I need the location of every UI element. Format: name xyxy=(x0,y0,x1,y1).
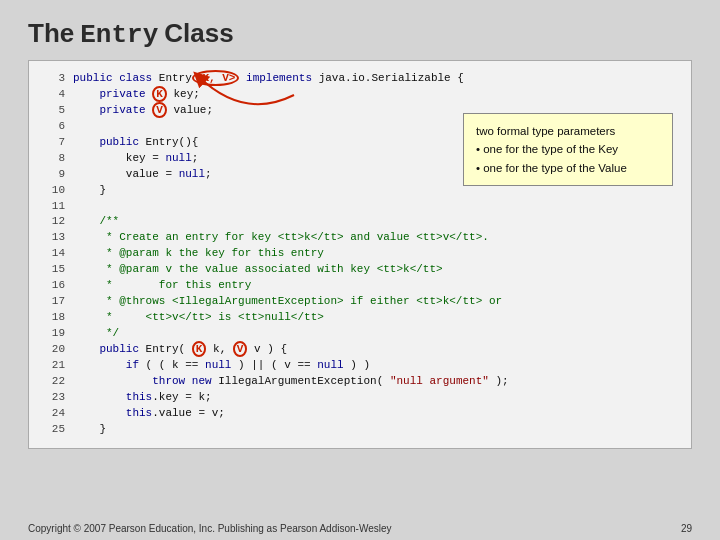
code-line-23: 23 this.key = k; xyxy=(43,390,677,406)
code-line-14: 14 * @param k the key for this entry xyxy=(43,246,677,262)
footer-copyright: Copyright © 2007 Pearson Education, Inc.… xyxy=(28,523,392,534)
tooltip-line1: two formal type parameters xyxy=(476,125,615,137)
code-line-4: 4 private K key; xyxy=(43,87,677,103)
code-line-17: 17 * @throws <IllegalArgumentException> … xyxy=(43,294,677,310)
code-line-19: 19 */ xyxy=(43,326,677,342)
code-line-25: 25 } xyxy=(43,422,677,438)
code-line-22: 22 throw new IllegalArgumentException( "… xyxy=(43,374,677,390)
tooltip-line2: • one for the type of the Key xyxy=(476,143,618,155)
code-line-21: 21 if ( ( k == null ) || ( v == null ) ) xyxy=(43,358,677,374)
code-line-18: 18 * <tt>v</tt> is <tt>null</tt> xyxy=(43,310,677,326)
code-line-12: 12 /** xyxy=(43,214,677,230)
footer: Copyright © 2007 Pearson Education, Inc.… xyxy=(0,523,720,534)
slide: The Entry Class 3 public class Entry<K, … xyxy=(0,0,720,540)
title-suffix: Class xyxy=(164,18,233,49)
footer-page: 29 xyxy=(681,523,692,534)
code-line-16: 16 * for this entry xyxy=(43,278,677,294)
title-code: Entry xyxy=(80,20,158,50)
code-line-13: 13 * Create an entry for key <tt>k</tt> … xyxy=(43,230,677,246)
code-area: 3 public class Entry<K, V> implements ja… xyxy=(28,60,692,449)
code-line-11: 11 xyxy=(43,199,677,215)
code-line-15: 15 * @param v the value associated with … xyxy=(43,262,677,278)
code-line-3: 3 public class Entry<K, V> implements ja… xyxy=(43,71,677,87)
tooltip-box: two formal type parameters • one for the… xyxy=(463,113,673,186)
title-prefix: The xyxy=(28,18,74,49)
code-line-24: 24 this.value = v; xyxy=(43,406,677,422)
code-line-20: 20 public Entry( K k, V v ) { xyxy=(43,342,677,358)
title-bar: The Entry Class xyxy=(0,0,720,60)
tooltip-line3: • one for the type of the Value xyxy=(476,162,627,174)
